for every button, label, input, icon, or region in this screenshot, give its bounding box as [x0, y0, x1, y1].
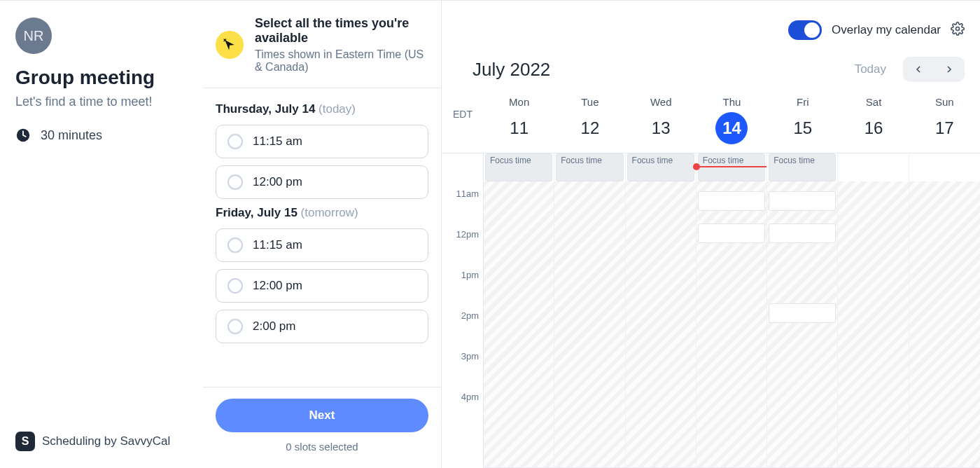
- timeslot-option[interactable]: 12:00 pm: [216, 165, 428, 199]
- pointer-icon: [216, 31, 244, 59]
- month-label: July 2022: [472, 59, 550, 81]
- weekday-label: Sun: [909, 96, 980, 108]
- weekday-label: Thu: [696, 96, 767, 108]
- radio-icon: [227, 134, 243, 149]
- timeslot-label: 12:00 pm: [253, 175, 302, 189]
- brand-label: Scheduling by SavvyCal: [42, 434, 170, 448]
- busy-hatch: [838, 181, 908, 468]
- weekday-label: Mon: [484, 96, 554, 108]
- day-label: Friday, July 15 (tomorrow): [216, 206, 428, 220]
- focus-time-block: Focus time: [698, 153, 765, 181]
- date-number: 11: [503, 112, 536, 144]
- next-week-button[interactable]: [934, 57, 965, 82]
- focus-time-block: Focus time: [769, 153, 836, 181]
- radio-icon: [227, 238, 243, 253]
- focus-time-block: Focus time: [485, 153, 552, 181]
- day-header[interactable]: Thu14: [696, 96, 767, 144]
- today-button[interactable]: Today: [855, 62, 886, 76]
- day-headers: EDT Mon11Tue12Wed13Thu14Fri15Sat16Sun17: [442, 90, 980, 153]
- date-number: 13: [645, 112, 677, 144]
- date-number: 16: [858, 112, 890, 144]
- timezone-label: EDT: [442, 96, 484, 144]
- timeslot-label: 2:00 pm: [253, 319, 295, 333]
- timeslot-option[interactable]: 12:00 pm: [216, 269, 428, 303]
- now-indicator: [696, 166, 766, 167]
- meeting-title: Group meeting: [15, 67, 188, 89]
- week-nav: [903, 57, 965, 82]
- slots-selected-label: 0 slots selected: [216, 441, 428, 453]
- busy-hatch: [909, 181, 980, 468]
- timeslot-option[interactable]: 11:15 am: [216, 228, 428, 262]
- focus-time-block: Focus time: [627, 153, 694, 181]
- radio-icon: [227, 278, 243, 294]
- timeslot-option[interactable]: 11:15 am: [216, 125, 428, 158]
- busy-hatch: [484, 181, 554, 468]
- radio-icon: [227, 174, 243, 190]
- day-header[interactable]: Wed13: [626, 96, 696, 144]
- timeslot-label: 11:15 am: [253, 135, 302, 149]
- day-header[interactable]: Fri15: [767, 96, 838, 144]
- overlay-toggle[interactable]: [788, 20, 822, 40]
- chevron-right-icon: [944, 64, 955, 75]
- brand-badge: S: [15, 432, 35, 451]
- busy-hatch: [554, 181, 624, 468]
- day-column[interactable]: Focus time: [484, 153, 554, 468]
- day-column[interactable]: Focus time: [696, 153, 767, 468]
- duration-row: 30 minutes: [15, 128, 188, 143]
- day-header[interactable]: Sun17: [909, 96, 980, 144]
- date-number: 14: [715, 112, 748, 144]
- weekday-label: Fri: [767, 96, 838, 108]
- day-column[interactable]: [838, 153, 909, 468]
- date-number: 17: [928, 112, 960, 144]
- day-column[interactable]: Focus time: [554, 153, 625, 468]
- date-number: 15: [787, 112, 819, 144]
- brand-row[interactable]: S Scheduling by SavvyCal: [15, 432, 188, 451]
- instructions-header: Select all the times you're available Ti…: [203, 1, 441, 88]
- focus-time-block: Focus time: [556, 153, 623, 181]
- date-number: 12: [574, 112, 606, 144]
- clock-icon: [15, 128, 31, 143]
- radio-icon: [227, 319, 243, 334]
- slot-list-panel: Thursday, July 14 (today)11:15 am12:00 p…: [203, 88, 441, 387]
- overlay-label: Overlay my calendar: [832, 23, 941, 37]
- weekday-label: Tue: [554, 96, 625, 108]
- timeslot-option[interactable]: 2:00 pm: [216, 310, 428, 343]
- day-column[interactable]: Focus time: [626, 153, 696, 468]
- available-slot[interactable]: [769, 223, 836, 243]
- day-column[interactable]: Focus time: [767, 153, 838, 468]
- instructions-sub: Times shown in Eastern Time (US & Canada…: [255, 48, 428, 74]
- available-slot[interactable]: [698, 223, 765, 243]
- available-slot[interactable]: [698, 191, 765, 211]
- calendar-grid[interactable]: 11am12pm1pm2pm3pm4pm Focus timeFocus tim…: [442, 153, 980, 468]
- timeslot-label: 11:15 am: [253, 238, 302, 252]
- settings-button[interactable]: [951, 22, 965, 39]
- day-header[interactable]: Mon11: [484, 96, 554, 144]
- svg-point-3: [956, 27, 960, 31]
- prev-week-button[interactable]: [903, 57, 934, 82]
- chevron-left-icon: [913, 64, 924, 75]
- day-column[interactable]: [909, 153, 980, 468]
- day-header[interactable]: Sat16: [838, 96, 909, 144]
- meeting-subtitle: Let's find a time to meet!: [15, 95, 188, 109]
- duration-label: 30 minutes: [41, 128, 102, 143]
- weekday-label: Sat: [838, 96, 909, 108]
- available-slot[interactable]: [769, 191, 836, 211]
- hour-label: 4pm: [442, 397, 483, 438]
- avatar: NR: [15, 18, 52, 54]
- available-slot[interactable]: [769, 303, 836, 323]
- busy-hatch: [626, 181, 696, 468]
- gear-icon: [951, 22, 965, 36]
- day-header[interactable]: Tue12: [554, 96, 625, 144]
- timeslot-label: 12:00 pm: [253, 279, 302, 293]
- instructions-title: Select all the times you're available: [255, 16, 428, 46]
- next-button[interactable]: Next: [216, 399, 428, 432]
- weekday-label: Wed: [626, 96, 696, 108]
- day-label: Thursday, July 14 (today): [216, 102, 428, 116]
- hours-column: 11am12pm1pm2pm3pm4pm: [442, 153, 484, 468]
